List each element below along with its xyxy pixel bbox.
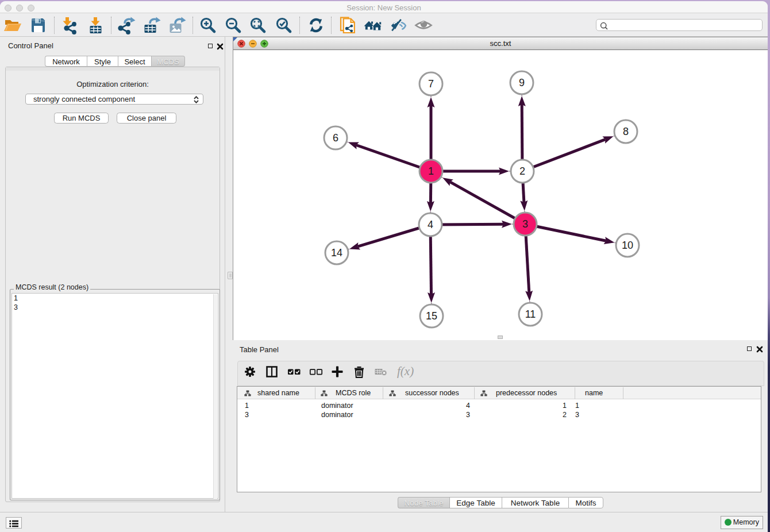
svg-text:14: 14 <box>331 247 342 259</box>
svg-text:2: 2 <box>519 165 525 177</box>
svg-text:6: 6 <box>333 132 338 144</box>
svg-text:10: 10 <box>622 240 633 251</box>
svg-text:9: 9 <box>519 77 525 88</box>
svg-text:15: 15 <box>426 310 437 322</box>
svg-text:1: 1 <box>428 165 434 177</box>
svg-text:8: 8 <box>623 126 629 137</box>
svg-text:3: 3 <box>522 218 528 230</box>
svg-text:7: 7 <box>428 78 434 90</box>
svg-text:11: 11 <box>525 309 536 320</box>
svg-text:4: 4 <box>428 219 433 230</box>
